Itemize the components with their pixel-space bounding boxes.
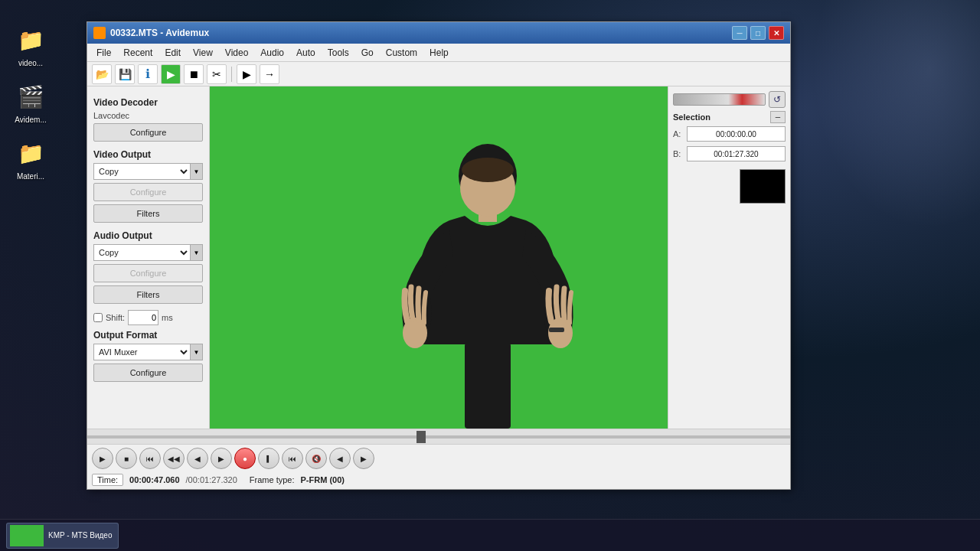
menu-custom[interactable]: Custom <box>380 46 423 60</box>
menu-file[interactable]: File <box>90 46 117 60</box>
audio-output-arrow[interactable]: ▼ <box>191 244 203 261</box>
video-decoder-configure-btn[interactable]: Configure <box>93 123 203 142</box>
avidemux-window: 00332.MTS - Avidemux ─ □ ✕ File Recent E… <box>87 21 791 490</box>
menu-recent[interactable]: Recent <box>117 46 158 60</box>
toolbar-separator <box>231 67 232 82</box>
step-fwd-button[interactable]: ▶ <box>211 448 232 469</box>
menu-tools[interactable]: Tools <box>322 46 355 60</box>
vol-up-button[interactable]: ▶ <box>353 448 374 469</box>
menu-bar: File Recent Edit View Video Audio Auto T… <box>87 44 790 62</box>
toolbar-play-btn[interactable]: ▶ <box>237 64 256 84</box>
video-frame <box>210 86 668 429</box>
shift-checkbox[interactable] <box>93 313 103 322</box>
prev-segment-button[interactable]: ⏮ <box>139 448 161 469</box>
selection-a-value[interactable]: 00:00:00.00 <box>687 126 786 142</box>
menu-edit[interactable]: Edit <box>158 46 187 60</box>
time-label: Time: <box>92 474 123 486</box>
video-output-dropdown: Copy ▼ <box>93 163 203 180</box>
mark-in-button[interactable]: ⏮ <box>282 448 303 469</box>
video-output-title: Video Output <box>93 149 203 160</box>
audio-output-filters-btn[interactable]: Filters <box>93 285 203 304</box>
toolbar-save-btn[interactable]: 💾 <box>115 64 135 84</box>
menu-help[interactable]: Help <box>423 46 455 60</box>
app-icon <box>93 27 106 39</box>
desktop-icons: 📁 video... 🎬 Avidem... 📁 Materi... <box>6 23 55 181</box>
selection-title: Selection <box>673 112 710 122</box>
output-format-select[interactable]: AVI Muxer <box>93 344 191 360</box>
desktop-icon-label-avidemux: Avidem... <box>15 116 47 124</box>
record-button[interactable]: ● <box>234 448 256 469</box>
desktop-icon-video[interactable]: 📁 video... <box>6 23 55 67</box>
menu-auto[interactable]: Auto <box>290 46 322 60</box>
maximize-button[interactable]: □ <box>750 26 766 40</box>
video-output-select[interactable]: Copy <box>93 163 191 180</box>
toolbar-next-btn[interactable]: → <box>260 64 279 84</box>
desktop-icon-materi[interactable]: 📁 Materi... <box>6 136 55 181</box>
toolbar-greenscreen-btn[interactable]: ▶ <box>161 64 181 84</box>
close-button[interactable]: ✕ <box>769 26 784 40</box>
selection-collapse-btn[interactable]: ─ <box>770 111 786 123</box>
toolbar-stop-btn[interactable]: ⏹ <box>184 64 204 84</box>
audio-output-title: Audio Output <box>93 230 203 241</box>
title-bar: 00332.MTS - Avidemux ─ □ ✕ <box>87 22 790 44</box>
menu-go[interactable]: Go <box>355 46 380 60</box>
taskbar-thumb <box>10 525 44 546</box>
bookmark-button[interactable]: ▌ <box>258 448 279 469</box>
selection-a-row: A: 00:00:00.00 <box>673 126 786 142</box>
vol-down-button[interactable]: ◀ <box>329 448 351 469</box>
audio-output-dropdown: Copy ▼ <box>93 244 203 261</box>
audio-output-select[interactable]: Copy <box>93 244 191 261</box>
menu-video[interactable]: Video <box>219 46 254 60</box>
shift-row: Shift: ms <box>93 310 203 325</box>
video-area <box>210 86 668 429</box>
video-output-configure-btn[interactable]: Configure <box>93 183 203 201</box>
stop-button[interactable]: ■ <box>116 448 137 469</box>
menu-view[interactable]: View <box>187 46 219 60</box>
toolbar-open-btn[interactable]: 📂 <box>92 64 112 84</box>
right-panel: ↺ Selection ─ A: 00:00:00.00 B: 00:01:27… <box>668 86 790 429</box>
bg-nebula <box>812 0 980 230</box>
timeline-cursor[interactable] <box>416 431 426 443</box>
selection-b-label: B: <box>673 149 684 158</box>
frame-type-label: Frame type: <box>250 475 295 484</box>
video-output-arrow[interactable]: ▼ <box>191 163 203 180</box>
frame-type-value: P-FRM (00) <box>301 475 345 484</box>
svg-point-3 <box>462 158 514 182</box>
output-format-arrow[interactable]: ▼ <box>191 344 203 360</box>
audio-output-configure-btn[interactable]: Configure <box>93 264 203 282</box>
toolbar-cut-btn[interactable]: ✂ <box>207 64 227 84</box>
play-button[interactable]: ▶ <box>92 448 113 469</box>
svg-rect-7 <box>465 343 511 429</box>
desktop-icon-label-video: video... <box>18 59 43 67</box>
volume-bar <box>673 93 766 106</box>
bottom-area: ▶ ■ ⏮ ◀◀ ◀ ▶ ● ▌ ⏮ 🔇 ◀ ▶ Time: 00:00:47.… <box>87 429 790 489</box>
selection-b-value[interactable]: 00:01:27.320 <box>687 146 786 161</box>
refresh-button[interactable]: ↺ <box>769 91 786 108</box>
output-format-configure-btn[interactable]: Configure <box>93 364 203 382</box>
selection-a-label: A: <box>673 129 684 139</box>
desktop-icon-label-materi: Materi... <box>17 172 44 181</box>
step-back-button[interactable]: ◀ <box>187 448 208 469</box>
total-time: /00:01:27.320 <box>186 475 237 484</box>
taskbar: KMP - MTS Видео <box>0 519 980 551</box>
desktop-icon-avidemux[interactable]: 🎬 Avidem... <box>6 80 55 124</box>
video-output-filters-btn[interactable]: Filters <box>93 204 203 223</box>
shift-label: Shift: <box>106 313 125 322</box>
toolbar-info-btn[interactable]: ℹ <box>138 64 158 84</box>
taskbar-app-kmp[interactable]: KMP - MTS Видео <box>6 523 119 549</box>
video-decoder-label: Lavcodec <box>93 111 203 120</box>
minimize-button[interactable]: ─ <box>732 26 747 40</box>
current-time: 00:00:47.060 <box>129 475 179 484</box>
timeline-bar[interactable] <box>87 429 790 445</box>
rewind-button[interactable]: ◀◀ <box>163 448 185 469</box>
menu-audio[interactable]: Audio <box>254 46 290 60</box>
timeline-track <box>87 435 790 439</box>
folder-icon: 📁 <box>14 23 47 57</box>
sidebar: Video Decoder Lavcodec Configure Video O… <box>87 86 210 429</box>
mute-button[interactable]: 🔇 <box>305 448 327 469</box>
shift-input[interactable] <box>128 310 158 325</box>
svg-rect-6 <box>549 328 564 332</box>
shift-unit: ms <box>162 313 173 322</box>
folder2-icon: 📁 <box>14 136 47 170</box>
person-figure <box>365 86 610 429</box>
